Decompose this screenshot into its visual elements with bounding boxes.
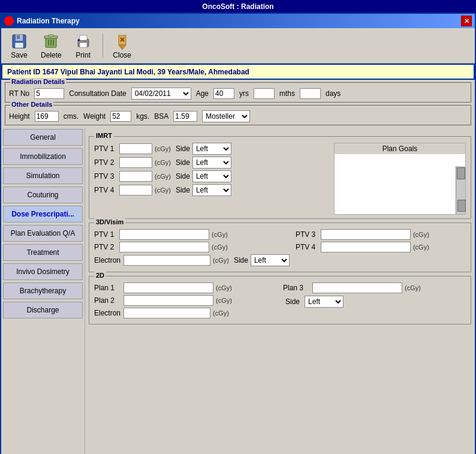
sidebar-label-treatment: Treatment	[26, 248, 59, 257]
plan3-cgy: (cGy)	[405, 284, 421, 291]
radiation-details-group: Radiation Details RT No Consultation Dat…	[5, 82, 471, 103]
close-icon	[113, 32, 132, 51]
d3-ptv4-label: PTV 4	[296, 243, 318, 251]
d3-ptv3-cgy: (cGy)	[413, 231, 429, 238]
ptv4-input[interactable]	[119, 185, 152, 196]
side1-select[interactable]: LeftRightBoth	[192, 143, 231, 155]
rt-no-input[interactable]	[34, 88, 64, 99]
ptv3-label: PTV 3	[94, 172, 117, 181]
two-d-electron-input[interactable]	[123, 308, 210, 318]
plan1-cgy: (cGy)	[216, 284, 232, 291]
d3-left: PTV 1 (cGy) PTV 2 (cGy) Electron	[94, 229, 290, 268]
svg-rect-13	[78, 40, 80, 41]
svg-rect-12	[80, 35, 87, 40]
scrollbar-thumb-bottom[interactable]	[457, 200, 466, 212]
d3-side-select[interactable]: LeftRightBoth	[251, 254, 290, 266]
consultation-date-select[interactable]: 04/02/2011	[131, 88, 191, 100]
plan1-label: Plan 1	[94, 284, 121, 292]
d3-grid: PTV 1 (cGy) PTV 2 (cGy) Electron	[94, 227, 466, 268]
plan-goals-scrollbar[interactable]	[456, 166, 465, 214]
svg-rect-11	[80, 43, 87, 47]
window-title-left: Radiation Therapy	[4, 16, 80, 26]
d3-right: PTV 3 (cGy) PTV 4 (cGy)	[296, 229, 466, 268]
ptv2-input[interactable]	[119, 157, 152, 168]
save-label: Save	[11, 51, 27, 59]
print-label: Print	[76, 51, 91, 59]
plan3-input[interactable]	[312, 282, 402, 293]
age-input[interactable]	[213, 88, 234, 99]
d3-ptv2-input[interactable]	[119, 242, 209, 252]
height-input[interactable]	[35, 111, 59, 122]
sidebar-label-couturing: Couturing	[27, 191, 58, 199]
plan1-input[interactable]	[123, 282, 213, 293]
days-input[interactable]	[300, 88, 321, 99]
d3-ptv4-cgy: (cGy)	[413, 243, 429, 251]
sidebar-item-plan-evaluation[interactable]: Plan Evaluation Q/A	[3, 225, 83, 242]
bsa-input[interactable]	[173, 111, 197, 122]
d3-ptv1-input[interactable]	[119, 229, 209, 240]
save-button[interactable]: Save	[6, 31, 32, 61]
sidebar: General Immobilization Simulation Coutur…	[1, 128, 85, 454]
sidebar-item-invivo-dosimetry[interactable]: Invivo Dosimetry	[3, 263, 83, 280]
d3-electron-row: Electron (cGy) Side LeftRightBoth	[94, 254, 290, 266]
plan3-row: Plan 3 (cGy)	[283, 282, 466, 293]
d3-ptv3-input[interactable]	[321, 229, 411, 240]
sidebar-item-dose-prescription[interactable]: Dose Prescripati...	[3, 206, 83, 223]
delete-icon	[41, 32, 61, 51]
days-label: days	[326, 89, 341, 98]
ptv3-cgy: (cGy)	[155, 173, 171, 180]
two-d-section: 2D Plan 1 (cGy) Plan 2 (cGy)	[89, 276, 471, 324]
side4-label: Side	[176, 186, 190, 194]
d3-ptv2-label: PTV 2	[94, 243, 117, 251]
radiation-details-label: Radiation Details	[10, 78, 66, 85]
d3-ptv2-row: PTV 2 (cGy)	[94, 242, 290, 252]
sidebar-item-treatment[interactable]: Treatment	[3, 244, 83, 261]
patient-info: Patient ID 1647 Vipul Bhai Jayanti Lal M…	[7, 68, 249, 76]
ptv-row-2: PTV 2 (cGy) Side LeftRightBoth	[94, 157, 329, 169]
sidebar-item-general[interactable]: General	[3, 129, 83, 146]
ptv3-input[interactable]	[119, 171, 152, 182]
yrs-label: yrs	[239, 89, 249, 98]
plan-goals-label: Plan Goals	[335, 143, 465, 154]
sidebar-item-brachytherapy[interactable]: Brachytherapy	[3, 282, 83, 299]
sidebar-item-simulation[interactable]: Simulation	[3, 167, 83, 184]
plan3-label: Plan 3	[283, 284, 310, 292]
print-button[interactable]: Print	[70, 31, 97, 61]
side4-select[interactable]: LeftRightBoth	[192, 184, 231, 196]
d3-ptv4-input[interactable]	[321, 242, 411, 252]
sidebar-item-couturing[interactable]: Couturing	[3, 187, 83, 203]
side2-select[interactable]: LeftRightBoth	[192, 157, 231, 169]
bsa-method-select[interactable]: Mosteller DuBois Haycock	[202, 110, 250, 122]
mths-input[interactable]	[254, 88, 275, 99]
plan2-label: Plan 2	[94, 296, 121, 305]
plan2-input[interactable]	[123, 295, 213, 306]
ptv1-input[interactable]	[119, 143, 152, 154]
side3-select[interactable]: LeftRightBoth	[192, 170, 231, 182]
two-d-label: 2D	[94, 272, 106, 279]
d3-ptv1-cgy: (cGy)	[212, 231, 228, 238]
sidebar-label-discharge: Discharge	[26, 306, 59, 314]
d3-ptv1-row: PTV 1 (cGy)	[94, 229, 290, 240]
sidebar-label-immobilization: Immobilization	[20, 152, 66, 161]
two-d-electron-cgy: (cGy)	[213, 309, 229, 317]
sidebar-label-general: General	[30, 133, 56, 142]
side1-label: Side	[176, 145, 190, 153]
sidebar-item-immobilization[interactable]: Immobilization	[3, 148, 83, 165]
two-d-side-label: Side	[285, 297, 300, 306]
other-details-label: Other Details	[10, 101, 53, 108]
close-button[interactable]: Close	[109, 31, 135, 61]
svg-rect-6	[49, 35, 53, 37]
two-d-side-select[interactable]: LeftRightBoth	[305, 296, 344, 308]
plan2-row: Plan 2 (cGy)	[94, 295, 277, 306]
d3-electron-input[interactable]	[123, 255, 210, 266]
sidebar-item-discharge[interactable]: Discharge	[3, 302, 83, 318]
window-icon	[4, 16, 14, 26]
window-close-button[interactable]: ✕	[461, 16, 472, 26]
scrollbar-thumb-top[interactable]	[457, 167, 465, 179]
weight-input[interactable]	[110, 111, 131, 122]
cms-label: cms.	[64, 112, 79, 121]
other-details-group: Other Details Height cms. Weight kgs. BS…	[5, 105, 471, 125]
two-d-electron-row: Electron (cGy)	[94, 308, 277, 318]
delete-button[interactable]: Delete	[37, 31, 65, 61]
sidebar-label-plan-evaluation: Plan Evaluation Q/A	[11, 229, 75, 237]
